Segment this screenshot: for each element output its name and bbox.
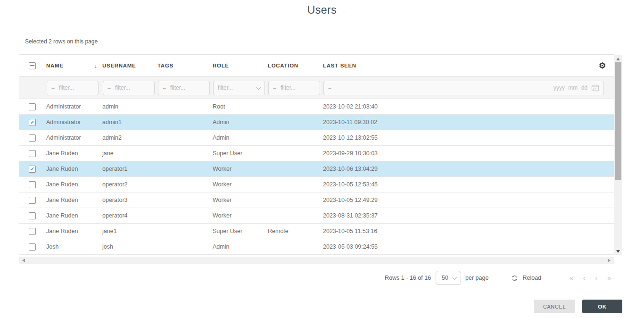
equals-operator-icon: =	[273, 84, 276, 91]
row-checkbox[interactable]: ✓	[29, 243, 36, 251]
table-row[interactable]: ✓ Jane Ruden jane Super User 2023-09-29 …	[19, 146, 614, 161]
filter-input-name[interactable]: = filter...	[47, 81, 99, 95]
column-header-last-seen[interactable]: LAST SEEN	[323, 55, 591, 76]
column-header-username-label: USERNAME	[102, 63, 136, 68]
scroll-left-arrow-icon[interactable]	[22, 259, 25, 262]
table-row[interactable]: ✓ Josh josh Admin 2023-05-03 09:24:55	[19, 239, 614, 255]
calendar-icon[interactable]	[591, 84, 599, 92]
cell-last-seen: 2023-09-29 10:30:03	[323, 150, 614, 157]
table-row[interactable]: ✓ Jane Ruden jane1 Super User Remote 202…	[19, 224, 614, 239]
table-row[interactable]: ✓ Administrator admin1 Admin 2023-10-11 …	[19, 115, 614, 130]
cell-username: operator2	[102, 181, 157, 188]
filter-cell-tags: = filter...	[157, 81, 213, 95]
prev-page-button[interactable]: ‹	[583, 274, 586, 282]
cell-role: Root	[213, 103, 268, 110]
cell-username: operator4	[102, 212, 157, 219]
selection-summary: Selected 2 rows on this page	[25, 38, 98, 45]
cell-name: Josh	[46, 243, 102, 250]
cell-role: Worker	[213, 181, 268, 188]
ok-button[interactable]: OK	[582, 300, 622, 313]
date-placeholder: yyyy -mm- dd	[553, 84, 587, 91]
row-checkbox-cell: ✓	[19, 228, 46, 235]
cell-role: Admin	[213, 243, 268, 250]
column-header-name[interactable]: NAME ↓	[46, 55, 102, 76]
row-checkbox[interactable]: ✓	[29, 166, 36, 173]
column-header-last-seen-label: LAST SEEN	[323, 63, 356, 68]
cell-username: admin1	[102, 119, 157, 126]
filter-input-tags[interactable]: = filter...	[158, 81, 210, 95]
row-checkbox-cell: ✓	[19, 212, 46, 219]
row-checkbox[interactable]: ✓	[29, 119, 36, 126]
filter-cell-username: = filter...	[102, 81, 157, 95]
table-body: ✓ Administrator admin Root 2023-10-02 21…	[19, 99, 614, 255]
cell-last-seen: 2023-08-31 02:35:37	[323, 212, 614, 219]
vertical-scrollbar-thumb[interactable]	[615, 62, 621, 180]
row-checkbox-cell: ✓	[19, 243, 46, 251]
cell-last-seen: 2023-10-05 12:49:29	[323, 197, 614, 203]
date-placeholder-group: yyyy -mm- dd	[553, 84, 599, 92]
column-header-role[interactable]: ROLE	[213, 55, 268, 76]
filter-cell-location: = filter...	[268, 81, 323, 95]
column-header-tags[interactable]: TAGS	[157, 55, 213, 76]
cell-last-seen: 2023-10-11 09:30:02	[323, 119, 614, 126]
row-checkbox-cell: ✓	[19, 103, 46, 110]
table-row[interactable]: ✓ Jane Ruden operator2 Worker 2023-10-05…	[19, 177, 614, 192]
row-checkbox[interactable]: ✓	[29, 228, 36, 235]
last-page-button[interactable]: »	[607, 274, 611, 282]
vertical-scrollbar[interactable]	[614, 55, 622, 255]
row-checkbox-cell: ✓	[19, 150, 46, 157]
table-row[interactable]: ✓ Administrator admin2 Admin 2023-10-12 …	[19, 130, 614, 146]
next-page-button[interactable]: ›	[595, 274, 598, 282]
scroll-right-arrow-icon[interactable]	[608, 259, 611, 262]
scroll-up-arrow-icon[interactable]	[616, 58, 620, 60]
table-row[interactable]: ✓ Jane Ruden operator3 Worker 2023-10-05…	[19, 192, 614, 208]
cell-location: Remote	[268, 228, 323, 234]
sort-descending-icon[interactable]: ↓	[94, 62, 98, 69]
gear-icon[interactable]: ⚙	[599, 61, 606, 71]
chevron-down-icon	[453, 275, 457, 280]
check-icon: ✓	[30, 167, 34, 172]
select-all-cell	[19, 55, 46, 76]
equals-operator-icon: =	[328, 84, 331, 91]
cell-last-seen: 2023-10-02 21:03:40	[323, 103, 614, 110]
reload-button[interactable]: Reload	[511, 275, 541, 282]
select-all-checkbox[interactable]	[29, 62, 36, 69]
filter-date-last-seen[interactable]: = yyyy -mm- dd	[323, 81, 604, 95]
page-size-select[interactable]: 50	[436, 271, 461, 285]
scroll-down-arrow-icon[interactable]	[616, 250, 620, 253]
filter-cell-last-seen: = yyyy -mm- dd	[323, 81, 614, 95]
users-table: NAME ↓ USERNAME TAGS ROLE LOCATION LAST …	[19, 54, 622, 264]
horizontal-scrollbar[interactable]	[19, 257, 614, 264]
cell-username: jane1	[102, 228, 157, 234]
users-dialog: Users Selected 2 rows on this page NAME …	[0, 0, 644, 318]
row-checkbox[interactable]: ✓	[29, 150, 36, 157]
table-row[interactable]: ✓ Jane Ruden operator4 Worker 2023-08-31…	[19, 208, 614, 224]
column-header-username[interactable]: USERNAME	[102, 55, 157, 76]
pagination-bar: Rows 1 - 16 of 16 50 per page Reload « ‹…	[385, 271, 611, 285]
cell-role: Worker	[213, 197, 268, 203]
table-row[interactable]: ✓ Administrator admin Root 2023-10-02 21…	[19, 99, 614, 115]
column-header-location[interactable]: LOCATION	[268, 55, 323, 76]
row-checkbox[interactable]: ✓	[29, 134, 36, 142]
filter-placeholder: filter...	[115, 84, 130, 91]
reload-icon	[511, 275, 518, 282]
table-row[interactable]: ✓ Jane Ruden operator1 Worker 2023-10-06…	[19, 161, 614, 177]
indeterminate-dash-icon	[30, 65, 34, 66]
cell-name: Administrator	[46, 103, 102, 110]
row-checkbox[interactable]: ✓	[29, 212, 36, 219]
dialog-actions: CANCEL OK	[534, 300, 622, 313]
first-page-button[interactable]: «	[570, 274, 573, 282]
filter-select-role[interactable]: filter...	[213, 81, 265, 95]
filter-placeholder: filter...	[281, 84, 296, 91]
cell-last-seen: 2023-10-05 12:53:45	[323, 181, 614, 188]
filter-input-username[interactable]: = filter...	[103, 81, 155, 95]
row-checkbox[interactable]: ✓	[29, 181, 36, 188]
filter-input-location[interactable]: = filter...	[268, 81, 320, 95]
row-checkbox-cell: ✓	[19, 197, 46, 204]
equals-operator-icon: =	[51, 84, 55, 91]
filter-placeholder: filter...	[218, 84, 233, 91]
cell-name: Jane Ruden	[46, 150, 102, 157]
row-checkbox[interactable]: ✓	[29, 197, 36, 204]
cancel-button[interactable]: CANCEL	[534, 300, 575, 313]
row-checkbox[interactable]: ✓	[29, 103, 36, 110]
